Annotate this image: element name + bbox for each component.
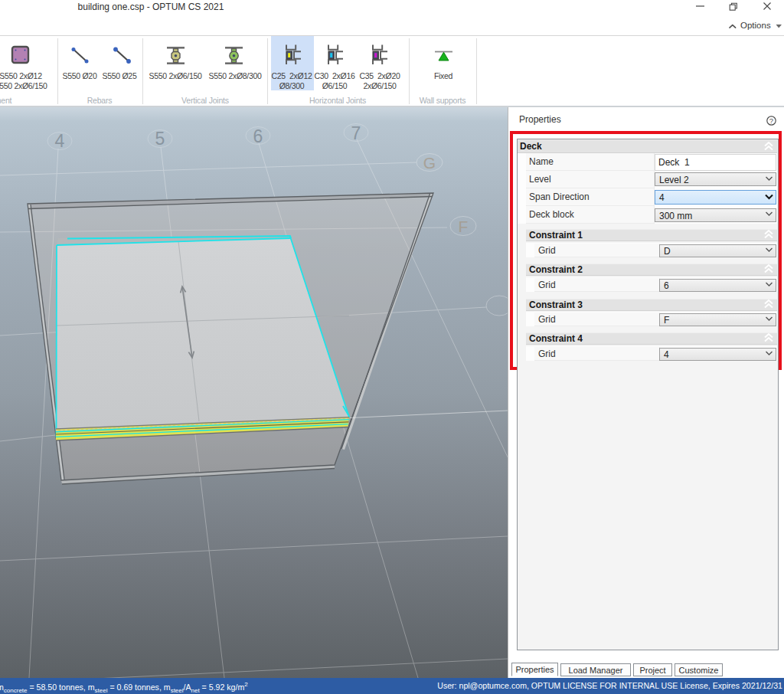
svg-text:7: 7 xyxy=(351,123,361,143)
svg-text:4: 4 xyxy=(55,131,65,151)
svg-text:F: F xyxy=(459,218,469,235)
svg-text:G: G xyxy=(423,154,436,172)
svg-text:5: 5 xyxy=(155,129,165,149)
svg-text:?: ? xyxy=(769,116,773,125)
svg-text:6: 6 xyxy=(253,126,263,146)
